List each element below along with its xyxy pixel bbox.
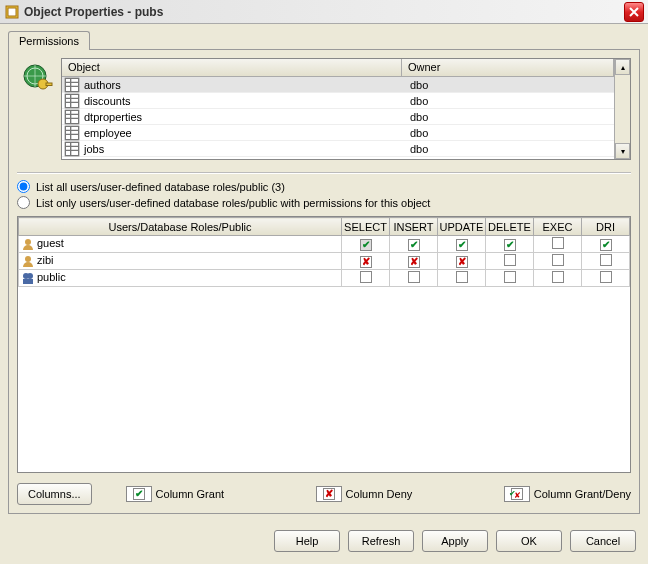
perm-cell[interactable] <box>342 270 390 287</box>
perm-cell[interactable] <box>534 253 582 270</box>
perm-cell[interactable] <box>534 270 582 287</box>
perm-col-delete-header[interactable]: DELETE <box>486 218 534 236</box>
perm-check-empty[interactable] <box>360 271 372 283</box>
perm-cell[interactable] <box>390 270 438 287</box>
svg-rect-5 <box>65 78 78 91</box>
svg-point-13 <box>27 273 33 279</box>
columns-button[interactable]: Columns... <box>17 483 92 505</box>
refresh-button[interactable]: Refresh <box>348 530 414 552</box>
perm-col-update-header[interactable]: UPDATE <box>438 218 486 236</box>
svg-rect-7 <box>65 110 78 123</box>
close-button[interactable] <box>624 2 644 22</box>
legend-grantdeny-icon: ✔✘ <box>504 486 530 502</box>
perm-col-user-header[interactable]: Users/Database Roles/Public <box>19 218 342 236</box>
object-owner: dbo <box>404 79 614 91</box>
dialog-window: Object Properties - pubs Permissions <box>0 0 648 564</box>
perm-check-empty[interactable] <box>456 271 468 283</box>
perm-cell[interactable]: ✘ <box>390 253 438 270</box>
object-owner: dbo <box>404 127 614 139</box>
tab-permissions[interactable]: Permissions <box>8 31 90 50</box>
perm-cell[interactable]: ✔ <box>486 236 534 253</box>
object-name: jobs <box>82 143 404 155</box>
ok-button[interactable]: OK <box>496 530 562 552</box>
perm-col-insert-header[interactable]: INSERT <box>390 218 438 236</box>
perm-cell[interactable] <box>582 270 630 287</box>
perm-check-deny[interactable]: ✘ <box>408 256 420 268</box>
perm-col-dri-header[interactable]: DRI <box>582 218 630 236</box>
legend-grantdeny-label: Column Grant/Deny <box>534 488 631 500</box>
perm-check-grant[interactable]: ✔ <box>600 239 612 251</box>
object-col-header[interactable]: Object <box>62 59 402 76</box>
table-icon <box>64 126 80 140</box>
radio-list-only-input[interactable] <box>17 196 30 209</box>
perm-col-select-header[interactable]: SELECT <box>342 218 390 236</box>
radio-list-only[interactable]: List only users/user-defined database ro… <box>17 196 631 209</box>
legend-deny-label: Column Deny <box>346 488 413 500</box>
separator <box>17 172 631 174</box>
svg-rect-14 <box>23 279 33 284</box>
table-icon <box>64 110 80 124</box>
perm-row[interactable]: zibi✘✘✘ <box>19 253 630 270</box>
svg-point-10 <box>25 239 31 245</box>
object-list: Object Owner authors dbo discounts dbo <box>61 58 631 160</box>
perm-cell[interactable] <box>438 270 486 287</box>
perm-user-name: guest <box>37 237 64 249</box>
perm-cell[interactable]: ✔ <box>390 236 438 253</box>
perm-check-grant[interactable]: ✔ <box>360 239 372 251</box>
perm-check-deny[interactable]: ✘ <box>456 256 468 268</box>
perm-cell[interactable] <box>582 253 630 270</box>
perm-check-empty[interactable] <box>552 254 564 266</box>
perm-check-grant[interactable]: ✔ <box>504 239 516 251</box>
legend-grant-label: Column Grant <box>156 488 224 500</box>
app-icon <box>4 4 20 20</box>
perm-check-empty[interactable] <box>504 254 516 266</box>
perm-check-grant[interactable]: ✔ <box>408 239 420 251</box>
object-row[interactable]: jobs dbo <box>62 141 614 157</box>
perm-cell[interactable] <box>486 253 534 270</box>
perm-check-empty[interactable] <box>600 271 612 283</box>
radio-list-only-label: List only users/user-defined database ro… <box>36 197 430 209</box>
perm-check-deny[interactable]: ✘ <box>360 256 372 268</box>
perm-check-empty[interactable] <box>600 254 612 266</box>
scroll-down-button[interactable]: ▾ <box>615 143 630 159</box>
perm-check-empty[interactable] <box>552 271 564 283</box>
owner-col-header[interactable]: Owner <box>402 59 614 76</box>
svg-point-11 <box>25 256 31 262</box>
object-row[interactable]: employee dbo <box>62 125 614 141</box>
table-icon <box>64 78 80 92</box>
object-row[interactable]: dtproperties dbo <box>62 109 614 125</box>
perm-header-row: Users/Database Roles/Public SELECT INSER… <box>19 218 630 236</box>
perm-cell[interactable] <box>534 236 582 253</box>
perm-cell[interactable] <box>486 270 534 287</box>
object-owner: dbo <box>404 143 614 155</box>
perm-row[interactable]: guest✔✔✔✔✔ <box>19 236 630 253</box>
legend-column-grantdeny: ✔✘ Column Grant/Deny <box>504 486 631 502</box>
perm-cell[interactable]: ✘ <box>438 253 486 270</box>
perm-cell[interactable]: ✔ <box>582 236 630 253</box>
apply-button[interactable]: Apply <box>422 530 488 552</box>
help-button[interactable]: Help <box>274 530 340 552</box>
perm-check-empty[interactable] <box>552 237 564 249</box>
radio-list-all-label: List all users/user-defined database rol… <box>36 181 285 193</box>
perm-row[interactable]: public <box>19 270 630 287</box>
perm-user-cell: guest <box>19 236 342 253</box>
object-name: employee <box>82 127 404 139</box>
object-owner: dbo <box>404 111 614 123</box>
radio-list-all[interactable]: List all users/user-defined database rol… <box>17 180 631 193</box>
perm-cell[interactable]: ✔ <box>342 236 390 253</box>
scroll-up-button[interactable]: ▴ <box>615 59 630 75</box>
object-row[interactable]: authors dbo <box>62 77 614 93</box>
svg-rect-6 <box>65 94 78 107</box>
object-owner: dbo <box>404 95 614 107</box>
perm-cell[interactable]: ✔ <box>438 236 486 253</box>
radio-list-all-input[interactable] <box>17 180 30 193</box>
perm-col-exec-header[interactable]: EXEC <box>534 218 582 236</box>
object-list-scrollbar[interactable]: ▴ ▾ <box>614 59 630 159</box>
perm-cell[interactable]: ✘ <box>342 253 390 270</box>
perm-check-grant[interactable]: ✔ <box>456 239 468 251</box>
object-row[interactable]: discounts dbo <box>62 93 614 109</box>
cancel-button[interactable]: Cancel <box>570 530 636 552</box>
perm-check-empty[interactable] <box>504 271 516 283</box>
legend-deny-icon: ✘ <box>316 486 342 502</box>
perm-check-empty[interactable] <box>408 271 420 283</box>
